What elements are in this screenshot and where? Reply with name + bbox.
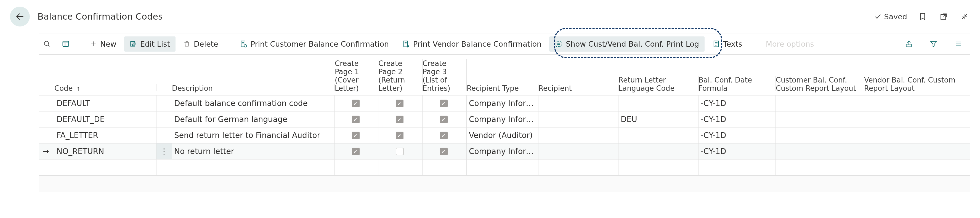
col-header-page1[interactable]: Create Page 1 (Cover Letter) — [335, 59, 379, 92]
cell-lang[interactable] — [619, 95, 698, 111]
search-button[interactable] — [39, 37, 55, 51]
pop-out-button[interactable] — [938, 11, 949, 22]
cell-recipient[interactable] — [538, 95, 619, 111]
checkbox-checked-icon[interactable]: ✓ — [440, 116, 448, 123]
cell-code[interactable]: NO_RETURN — [54, 143, 156, 159]
col-header-recipient[interactable]: Recipient — [538, 84, 619, 92]
cell-vend-layout[interactable] — [864, 95, 970, 111]
cell-vend-layout[interactable] — [864, 111, 970, 127]
cell-recipient[interactable] — [538, 143, 619, 159]
filter-button[interactable] — [925, 37, 942, 51]
col-header-code[interactable]: Code ↑ — [54, 84, 156, 92]
cell-vend-layout[interactable] — [864, 143, 970, 159]
cell-date-formula[interactable]: -CY-1D — [698, 111, 776, 127]
share-button[interactable] — [900, 37, 917, 51]
checkbox-checked-icon[interactable]: ✓ — [352, 148, 360, 155]
cell-lang[interactable] — [619, 127, 698, 143]
checkbox-checked-icon[interactable]: ✓ — [440, 100, 448, 107]
cell-date-formula[interactable]: -CY-1D — [698, 127, 776, 143]
factbox-toggle-button[interactable] — [950, 37, 967, 51]
cell-recipient-type[interactable]: Vendor (Auditor) — [467, 127, 538, 143]
cell-code[interactable]: DEFAULT — [54, 95, 156, 111]
cell-lang[interactable]: DEU — [619, 111, 698, 127]
print-vendor-button[interactable]: Print Vendor Balance Confirmation — [396, 37, 547, 52]
cell-page3[interactable]: ✓ — [423, 127, 467, 143]
cell-code[interactable]: DEFAULT_DE — [54, 111, 156, 127]
checkbox-checked-icon[interactable]: ✓ — [396, 116, 404, 123]
sort-asc-icon: ↑ — [76, 86, 81, 92]
col-header-date-formula[interactable]: Bal. Conf. Date Formula — [698, 76, 776, 92]
checkbox-checked-icon[interactable]: ✓ — [440, 148, 448, 155]
checkbox-checked-icon[interactable]: ✓ — [396, 100, 404, 107]
cell-page2[interactable]: ✓ — [379, 95, 423, 111]
cell-description[interactable]: No return letter — [172, 143, 335, 159]
col-header-cust-layout[interactable]: Customer Bal. Conf. Custom Report Layout — [776, 76, 864, 92]
table-row[interactable]: FA_LETTER⋮Send return letter to Financia… — [39, 127, 970, 143]
col-header-label: Return Letter Language Code — [619, 76, 696, 92]
edit-list-button[interactable]: Edit List — [124, 37, 175, 52]
cell-page3[interactable]: ✓ — [423, 95, 467, 111]
log-icon — [555, 40, 562, 48]
col-header-lang[interactable]: Return Letter Language Code — [619, 76, 698, 92]
delete-button[interactable]: Delete — [178, 37, 224, 52]
col-header-label: Description — [172, 84, 213, 92]
cell-page1[interactable]: ✓ — [335, 127, 379, 143]
cell-page3[interactable]: ✓ — [423, 143, 467, 159]
cell-page1[interactable]: ✓ — [335, 95, 379, 111]
cell-vend-layout[interactable] — [864, 127, 970, 143]
cell-page1[interactable]: ✓ — [335, 111, 379, 127]
cell-recipient[interactable] — [538, 111, 619, 127]
cell-code[interactable]: FA_LETTER — [54, 127, 156, 143]
cell-description[interactable]: Send return letter to Financial Auditor — [172, 127, 335, 143]
edit-list-label: Edit List — [140, 40, 170, 48]
cell-cust-layout[interactable] — [776, 111, 864, 127]
cell-description[interactable]: Default balance confirmation code — [172, 95, 335, 111]
print-customer-button[interactable]: Print Customer Balance Confirmation — [234, 37, 395, 52]
more-options-button[interactable]: More options — [760, 37, 820, 52]
svg-point-15 — [244, 45, 247, 47]
col-header-vend-layout[interactable]: Vendor Bal. Conf. Custom Report Layout — [864, 76, 970, 92]
table-row[interactable] — [39, 159, 970, 175]
col-header-recipient-type[interactable]: Recipient Type — [467, 84, 538, 92]
cell-description[interactable]: Default for German language — [172, 111, 335, 127]
collapse-button[interactable] — [959, 11, 970, 22]
checkbox-checked-icon[interactable]: ✓ — [440, 132, 448, 139]
back-button[interactable] — [10, 6, 30, 27]
cell-recipient-type[interactable]: Company Infor… — [467, 95, 538, 111]
col-header-label: Vendor Bal. Conf. Custom Report Layout — [864, 76, 967, 92]
cell-page2[interactable]: ✓ — [379, 111, 423, 127]
col-header-page3[interactable]: Create Page 3 (List of Entries) — [423, 59, 467, 92]
row-menu-button[interactable]: ⋮ — [156, 143, 172, 159]
cell-page3[interactable]: ✓ — [423, 111, 467, 127]
cell-lang[interactable] — [619, 143, 698, 159]
bookmark-button[interactable] — [917, 11, 928, 22]
texts-button[interactable]: Texts — [707, 37, 748, 52]
checkbox-checked-icon[interactable]: ✓ — [352, 100, 360, 107]
checkbox-checked-icon[interactable]: ✓ — [352, 132, 360, 139]
table-row[interactable]: DEFAULT⋮Default balance confirmation cod… — [39, 95, 970, 111]
show-print-log-button[interactable]: Show Cust/Vend Bal. Conf. Print Log — [549, 37, 705, 52]
cell-recipient-type[interactable]: Company Infor… — [467, 111, 538, 127]
cell-recipient[interactable] — [538, 127, 619, 143]
cell-date-formula[interactable]: -CY-1D — [698, 95, 776, 111]
table-row[interactable]: DEFAULT_DE⋮Default for German language✓✓… — [39, 111, 970, 127]
col-header-description[interactable]: Description — [172, 84, 335, 92]
print-vendor-label: Print Vendor Balance Confirmation — [413, 40, 541, 48]
cell-cust-layout[interactable] — [776, 95, 864, 111]
current-row-arrow-icon: → — [43, 147, 49, 156]
cell-page1[interactable]: ✓ — [335, 143, 379, 159]
toolbar-separator — [79, 38, 79, 50]
checkbox-checked-icon[interactable]: ✓ — [352, 116, 360, 123]
new-button[interactable]: New — [84, 37, 122, 52]
table-row[interactable]: →NO_RETURN⋮No return letter✓✓Company Inf… — [39, 143, 970, 159]
cell-cust-layout[interactable] — [776, 143, 864, 159]
cell-page2[interactable] — [379, 143, 423, 159]
cell-date-formula[interactable]: -CY-1D — [698, 143, 776, 159]
checkbox-unchecked-icon[interactable] — [396, 148, 404, 155]
col-header-page2[interactable]: Create Page 2 (Return Letter) — [379, 59, 423, 92]
cell-recipient-type[interactable]: Company Infor… — [467, 143, 538, 159]
cell-page2[interactable]: ✓ — [379, 127, 423, 143]
view-options-button[interactable] — [57, 37, 74, 51]
cell-cust-layout[interactable] — [776, 127, 864, 143]
checkbox-checked-icon[interactable]: ✓ — [396, 132, 404, 139]
